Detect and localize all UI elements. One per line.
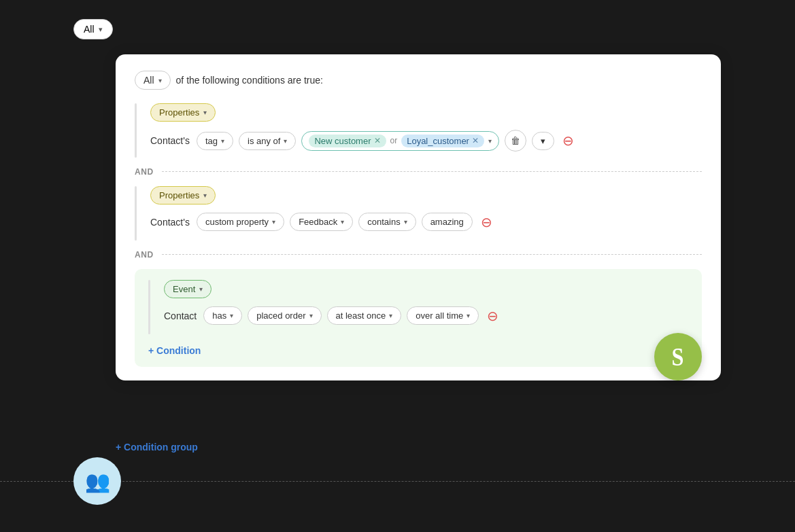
top-filter-chevron: ▾	[99, 25, 103, 34]
custom-property-chevron: ▾	[272, 218, 275, 226]
condition-content-2: Properties ▾ Contact's custom property ▾…	[150, 186, 702, 231]
condition-border-3	[148, 280, 150, 334]
all-select-label: All	[143, 75, 154, 86]
top-filter-label: All	[84, 24, 95, 35]
main-conditions-card: All ▾ of the following conditions are tr…	[116, 54, 721, 380]
card-header: All ▾ of the following conditions are tr…	[135, 71, 702, 90]
contact-label-2: Contact's	[150, 217, 190, 228]
avatar-circle: 👥	[73, 457, 121, 505]
all-select-chevron: ▾	[158, 77, 162, 84]
add-condition-group-button[interactable]: + Condition group	[116, 442, 198, 453]
condition-row-2: Contact's custom property ▾ Feedback ▾ c…	[150, 213, 702, 231]
event-section: Event ▾ Contact has ▾ placed order ▾ at …	[135, 269, 702, 367]
and-separator-1: AND	[135, 167, 702, 177]
condition-border-1	[135, 103, 137, 158]
over-all-time-button[interactable]: over all time ▾	[407, 306, 479, 325]
event-badge[interactable]: Event ▾	[164, 280, 212, 298]
tag-loyal-customer-remove[interactable]: ✕	[472, 136, 479, 145]
trash-button-1[interactable]: 🗑	[505, 130, 526, 152]
tag-button[interactable]: tag ▾	[197, 132, 233, 150]
add-condition-button[interactable]: + Condition	[148, 345, 688, 356]
properties-badge-1[interactable]: Properties ▾	[150, 103, 216, 122]
at-least-once-button[interactable]: at least once ▾	[327, 306, 402, 325]
contains-button[interactable]: contains ▾	[358, 213, 416, 231]
condition-block-2: Properties ▾ Contact's custom property ▾…	[135, 186, 702, 241]
placed-order-button[interactable]: placed order ▾	[248, 306, 321, 325]
condition-row-1: Contact's tag ▾ is any of ▾ New customer…	[150, 130, 702, 152]
avatar-icon: 👥	[85, 469, 110, 493]
tags-container: New customer ✕ or Loyal_customer ✕ ▾	[301, 131, 499, 151]
event-badge-label: Event	[173, 284, 195, 294]
condition-border-2	[135, 186, 137, 241]
tag-new-customer-remove[interactable]: ✕	[374, 136, 381, 145]
condition-block-3: Event ▾ Contact has ▾ placed order ▾ at …	[148, 280, 688, 334]
frequency-chevron: ▾	[389, 312, 392, 319]
remove-condition-2[interactable]: ⊖	[478, 215, 495, 229]
condition-content-3: Event ▾ Contact has ▾ placed order ▾ at …	[164, 280, 688, 325]
has-chevron: ▾	[230, 312, 233, 319]
header-text: of the following conditions are true:	[176, 75, 323, 86]
condition-row-3: Contact has ▾ placed order ▾ at least on…	[164, 306, 688, 325]
tag-chevron: ▾	[221, 137, 224, 145]
properties-badge-2-label: Properties	[159, 190, 199, 200]
placed-order-chevron: ▾	[309, 312, 313, 319]
properties-badge-1-label: Properties	[159, 107, 199, 118]
has-button[interactable]: has ▾	[203, 306, 242, 325]
properties-badge-2[interactable]: Properties ▾	[150, 186, 216, 205]
shopify-logo: S	[672, 342, 684, 372]
condition-content-1: Properties ▾ Contact's tag ▾ is any of ▾…	[150, 103, 702, 152]
tag-loyal-customer: Loyal_customer ✕	[401, 135, 484, 147]
tags-container-chevron: ▾	[488, 137, 492, 145]
remove-condition-1[interactable]: ⊖	[560, 134, 577, 147]
or-text: or	[390, 136, 398, 145]
event-badge-chevron: ▾	[199, 285, 203, 293]
properties-badge-2-chevron: ▾	[203, 192, 207, 199]
feedback-chevron: ▾	[341, 218, 344, 226]
properties-badge-1-chevron: ▾	[203, 109, 207, 116]
contact-label-3: Contact	[164, 311, 197, 321]
trash-icon-1: 🗑	[511, 135, 520, 146]
operator-button[interactable]: is any of ▾	[239, 132, 296, 150]
value-field[interactable]: amazing	[422, 213, 473, 231]
custom-property-button[interactable]: custom property ▾	[197, 213, 284, 231]
shopify-badge: S	[654, 333, 702, 380]
more-options-1-chevron: ▾	[541, 136, 545, 146]
more-options-1[interactable]: ▾	[532, 132, 554, 150]
operator-chevron: ▾	[284, 137, 287, 145]
all-select-button[interactable]: All ▾	[135, 71, 171, 90]
contains-chevron: ▾	[404, 218, 407, 226]
remove-condition-3[interactable]: ⊖	[484, 309, 501, 323]
condition-block-1: Properties ▾ Contact's tag ▾ is any of ▾…	[135, 103, 702, 158]
feedback-button[interactable]: Feedback ▾	[290, 213, 353, 231]
contact-label-1: Contact's	[150, 135, 190, 146]
tag-new-customer: New customer ✕	[309, 135, 386, 147]
and-separator-2: AND	[135, 250, 702, 260]
time-chevron: ▾	[467, 312, 470, 319]
top-filter-button[interactable]: All ▾	[73, 19, 113, 39]
